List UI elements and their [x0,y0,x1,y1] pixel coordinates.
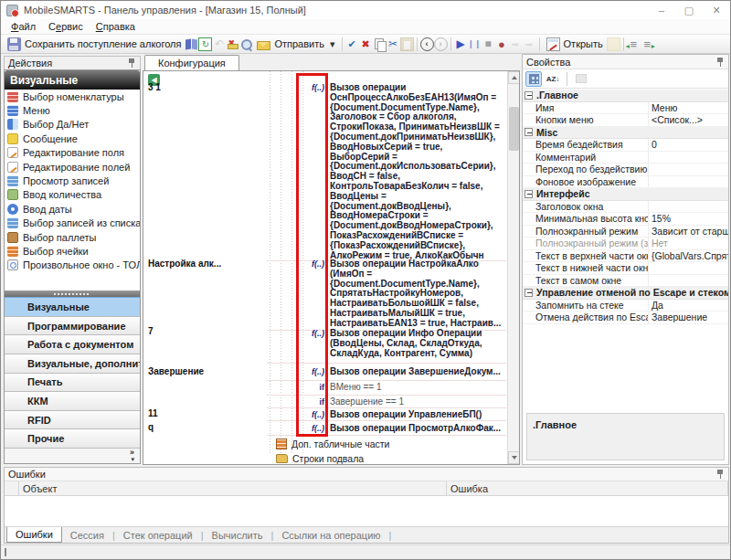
cut-icon[interactable] [387,37,400,51]
category-splitter-grip[interactable] [5,291,140,297]
scrollbar-thumb[interactable] [509,107,519,151]
categorized-view-button[interactable] [525,71,542,87]
run-icon[interactable] [454,37,468,51]
action-item-yesno[interactable]: Выбор Да/Нет [5,118,140,132]
collapse-icon[interactable] [524,190,533,198]
paste-icon[interactable] [400,37,414,51]
tree-node-extra-tables[interactable]: Доп. табличные части [276,438,389,449]
tab-operation-stack[interactable]: Стек операций [115,527,201,543]
operation-call-block[interactable]: Вызов операции УправлениеБП() [330,410,507,420]
record-icon[interactable] [495,37,509,51]
property-category[interactable]: Управление отменой по Escape и стеком от… [523,287,728,300]
delete-icon[interactable] [359,37,373,51]
alphabetical-sort-button[interactable]: AZ [545,71,561,87]
property-category[interactable]: .Главное [523,90,728,102]
config-book-icon[interactable] [185,37,198,51]
action-item-date[interactable]: Ввод даты [5,202,140,216]
operation-call-block[interactable]: Вызов операции Инфо Операции (ВводЦены, … [330,329,507,358]
action-item-edit-field[interactable]: Редактирование поля [5,146,140,160]
action-item-edit-fields[interactable]: Редактирование полей [5,160,140,174]
navigate-back-icon[interactable]: ‹ [420,37,434,51]
category-rfid[interactable]: RFID [5,410,140,429]
pin-icon[interactable] [715,469,725,480]
indent-icon[interactable] [641,37,654,51]
pause-icon[interactable] [468,37,482,51]
property-pages-button[interactable] [573,71,589,87]
spellcheck-icon[interactable] [345,37,359,51]
property-row[interactable]: Кнопки меню<Список...> [523,114,728,127]
step-label[interactable]: q [148,422,154,432]
property-row[interactable]: Минимальная высота кнопки м15% [523,213,728,226]
minimize-button[interactable]: – [648,1,675,19]
collapse-icon[interactable] [524,289,533,297]
action-item-select-records[interactable]: Выбор записей из списка в сп... [5,217,140,230]
property-row[interactable]: Заголовок окна [523,201,728,214]
action-item-menu[interactable]: Меню [5,103,140,117]
step-label[interactable]: 11 [148,408,158,418]
refresh-data-icon[interactable] [198,37,212,51]
navigate-forward-icon[interactable]: › [434,37,448,51]
step-label[interactable]: Настройка алк... [148,259,221,269]
condition-row[interactable]: Завершение == 1 [330,397,507,407]
copy-icon[interactable] [373,37,387,51]
category-programming[interactable]: Программирование [5,316,140,335]
step-label[interactable]: 7 [148,326,154,336]
pin-icon[interactable] [715,57,725,68]
property-category[interactable]: Интерфейс [523,188,728,201]
scroll-up-arrow-icon[interactable] [508,71,520,84]
config-scrollbar[interactable] [507,71,519,464]
action-item-view-records[interactable]: Просмотр записей [5,174,140,187]
property-row[interactable]: Переход по бездействию [523,164,728,176]
undo-icon[interactable] [212,37,226,51]
collapse-icon[interactable] [524,128,533,136]
category-visual[interactable]: Визуальные [5,297,140,316]
property-row[interactable]: Текст в нижней части окна [523,262,728,275]
tree-node-footer-rows[interactable]: Строки подвала [276,453,364,464]
property-row[interactable]: Время бездействия0 [523,139,728,152]
step-over-icon[interactable] [523,37,536,51]
scroll-down-arrow-icon[interactable] [508,451,520,464]
property-row[interactable]: Текст в верхней части окна{GlobalVars.Сп… [523,250,728,263]
collapse-icon[interactable] [524,91,533,100]
category-document-work[interactable]: Работа с документом [5,334,140,354]
send-button[interactable]: Отправить [253,36,338,53]
column-error[interactable]: Ошибка [447,481,728,495]
operation-call-block[interactable]: Вызов операции НастройкаАлко (ИмяОп = {D… [330,259,507,329]
step-label[interactable]: 3 1 [148,82,161,92]
action-item-message[interactable]: Сообщение [5,132,140,145]
property-row[interactable]: Комментарий [523,152,728,164]
property-row[interactable]: Полноэкранный режимЗависит от старшего [523,226,728,238]
property-row[interactable]: Фоновое изображение [523,176,728,189]
category-kkm[interactable]: ККМ [5,391,140,410]
clear-sort-icon[interactable] [226,37,239,51]
operation-call-block[interactable]: Вызов операции ЗавершениеДокум... [330,367,507,377]
condition-row[interactable]: ВМеню == 1 [330,383,507,393]
close-button[interactable]: ✕ [703,1,730,19]
action-item-cell[interactable]: Выбор ячейки [5,244,140,258]
menu-file[interactable]: Файл [5,21,42,32]
property-row[interactable]: Текст в самом окне [523,275,728,288]
menu-help[interactable]: Справка [90,21,142,32]
stop-icon[interactable] [482,37,495,51]
pin-icon[interactable] [127,58,136,69]
action-item-quantity[interactable]: Ввод количества [5,188,140,202]
category-overflow-button[interactable]: » ▾ [5,448,140,463]
tab-operation-refs[interactable]: Ссылки на операцию [273,527,388,543]
tab-configuration[interactable]: Конфигурация [144,55,239,70]
tab-evaluate[interactable]: Вычислить [204,527,271,543]
category-other[interactable]: Прочие [5,428,140,448]
operation-call-block[interactable]: Вызов операции ОснПроцессАлкоБезЕАН13(Им… [330,83,507,260]
outdent-icon[interactable] [627,37,641,51]
property-category[interactable]: Misc [523,127,728,140]
step-label[interactable]: Завершение [148,366,204,376]
menu-service[interactable]: Сервис [42,21,90,32]
action-item-pallet[interactable]: Выбор паллеты [5,230,140,244]
property-row[interactable]: ИмяМеню [523,102,728,115]
property-row[interactable]: Отмена действия по EscapeЗавершение [523,312,728,324]
maximize-button[interactable]: ▢ [675,1,703,19]
step-into-icon[interactable] [509,37,523,51]
action-item-nomenclature[interactable]: Выбор номенклатуры [5,90,140,103]
column-object[interactable]: Объект [19,481,447,495]
action-item-custom-window[interactable]: Произвольное окно - ТОЛЬК... [5,259,140,272]
save-receipt-button[interactable]: Сохранить поступление алкоголя [4,36,185,53]
